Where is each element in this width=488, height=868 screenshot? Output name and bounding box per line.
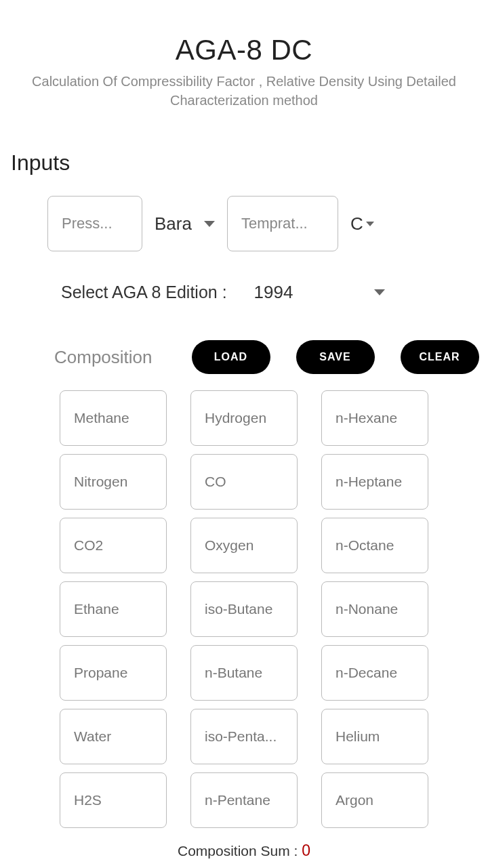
comp-methane-input[interactable] <box>60 390 167 446</box>
chevron-down-icon <box>204 221 215 227</box>
comp-iso-pentane-input[interactable] <box>190 709 298 764</box>
save-button[interactable]: SAVE <box>296 340 375 374</box>
comp-propane-input[interactable] <box>60 645 167 701</box>
temperature-input[interactable] <box>227 196 338 251</box>
pressure-unit-value: Bara <box>155 213 192 234</box>
sum-value: 0 <box>302 842 310 859</box>
comp-oxygen-input[interactable] <box>190 518 298 573</box>
comp-n-decane-input[interactable] <box>321 645 428 701</box>
inputs-heading: Inputs <box>0 123 488 175</box>
comp-n-pentane-input[interactable] <box>190 772 298 828</box>
edition-label: Select AGA 8 Edition : <box>61 283 227 302</box>
edition-value: 1994 <box>254 282 293 303</box>
temperature-unit-dropdown[interactable]: C <box>350 213 374 234</box>
comp-co2-input[interactable] <box>60 518 167 573</box>
pressure-input[interactable] <box>47 196 142 251</box>
comp-n-octane-input[interactable] <box>321 518 428 573</box>
comp-n-butane-input[interactable] <box>190 645 298 701</box>
composition-sum-row: Composition Sum : 0 <box>0 828 488 860</box>
chevron-down-icon <box>374 289 385 295</box>
comp-argon-input[interactable] <box>321 772 428 828</box>
comp-co-input[interactable] <box>190 454 298 510</box>
comp-h2s-input[interactable] <box>60 772 167 828</box>
comp-ethane-input[interactable] <box>60 581 167 637</box>
page-title: AGA-8 DC <box>20 34 468 66</box>
pressure-unit-dropdown[interactable]: Bara <box>155 213 215 234</box>
edition-row: Select AGA 8 Edition : 1994 <box>0 251 488 303</box>
sum-label: Composition Sum : <box>178 843 302 859</box>
load-button[interactable]: LOAD <box>192 340 270 374</box>
comp-n-hexane-input[interactable] <box>321 390 428 446</box>
edition-dropdown[interactable]: 1994 <box>254 282 386 303</box>
inputs-row: Bara C <box>0 175 488 251</box>
comp-helium-input[interactable] <box>321 709 428 764</box>
clear-button[interactable]: CLEAR <box>401 340 479 374</box>
page-subtitle: Calculation Of Compressibility Factor , … <box>20 72 468 110</box>
comp-hydrogen-input[interactable] <box>190 390 298 446</box>
composition-header: Composition LOAD SAVE CLEAR <box>0 303 488 374</box>
header: AGA-8 DC Calculation Of Compressibility … <box>0 0 488 123</box>
comp-n-nonane-input[interactable] <box>321 581 428 637</box>
comp-water-input[interactable] <box>60 709 167 764</box>
comp-nitrogen-input[interactable] <box>60 454 167 510</box>
composition-grid <box>0 374 488 828</box>
comp-n-heptane-input[interactable] <box>321 454 428 510</box>
comp-iso-butane-input[interactable] <box>190 581 298 637</box>
composition-label: Composition <box>54 347 152 368</box>
chevron-down-icon <box>366 222 374 226</box>
temperature-unit-value: C <box>350 213 363 234</box>
